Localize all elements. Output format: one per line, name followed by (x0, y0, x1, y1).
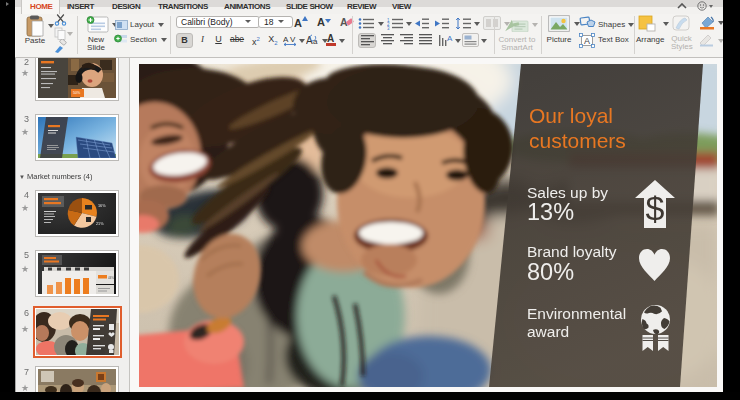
svg-text:44%: 44% (108, 276, 114, 280)
svg-text:A: A (447, 34, 453, 43)
svg-text:50%: 50% (73, 91, 80, 95)
svg-text:A: A (283, 35, 289, 44)
svg-text:$: $ (646, 189, 665, 227)
svg-text:3: 3 (387, 26, 390, 30)
svg-text:V: V (290, 35, 296, 44)
svg-text:16%: 16% (98, 204, 106, 208)
svg-text:21%: 21% (96, 222, 104, 226)
svg-text:A: A (584, 36, 590, 46)
